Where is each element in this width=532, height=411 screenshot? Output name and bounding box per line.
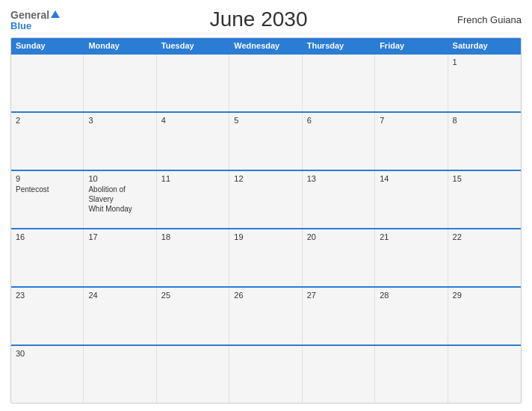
calendar-cell xyxy=(448,346,521,403)
col-saturday: Saturday xyxy=(448,38,521,53)
calendar-cell: 4 xyxy=(157,113,229,170)
calendar-cell: 5 xyxy=(229,113,302,170)
calendar-cell: 9Pentecost xyxy=(11,171,84,228)
calendar-cell xyxy=(229,55,302,111)
col-wednesday: Wednesday xyxy=(229,38,302,53)
calendar-cell xyxy=(11,55,84,111)
calendar-cell: 22 xyxy=(448,229,521,286)
day-number: 28 xyxy=(380,291,442,300)
day-number: 5 xyxy=(234,116,297,125)
page-title: June 2030 xyxy=(210,7,308,31)
logo: General Blue xyxy=(10,9,60,31)
region-label: French Guiana xyxy=(457,14,522,25)
day-number: 13 xyxy=(307,174,370,183)
calendar-week-3: 16171819202122 xyxy=(11,228,521,286)
calendar-week-1: 2345678 xyxy=(11,111,521,170)
event-label: Abolition of Slavery xyxy=(88,185,151,204)
day-number: 7 xyxy=(380,116,442,125)
calendar-cell: 25 xyxy=(157,288,229,344)
calendar-cell: 6 xyxy=(303,113,375,170)
calendar-cell: 30 xyxy=(11,346,84,403)
calendar-cell: 23 xyxy=(11,288,84,344)
logo-triangle-icon xyxy=(51,10,60,18)
calendar-cell: 13 xyxy=(303,171,375,228)
day-number: 8 xyxy=(453,116,516,125)
day-number: 9 xyxy=(16,174,78,183)
calendar-cell xyxy=(303,346,375,403)
calendar: Sunday Monday Tuesday Wednesday Thursday… xyxy=(10,37,522,404)
day-number: 27 xyxy=(307,291,370,300)
calendar-week-4: 23242526272829 xyxy=(11,286,521,344)
calendar-cell: 2 xyxy=(11,113,84,170)
calendar-cell: 19 xyxy=(229,229,302,286)
logo-general: General xyxy=(10,9,49,21)
calendar-cell xyxy=(157,346,229,403)
calendar-cell xyxy=(84,346,156,403)
calendar-cell: 18 xyxy=(157,229,229,286)
calendar-cell xyxy=(229,346,302,403)
calendar-header: Sunday Monday Tuesday Wednesday Thursday… xyxy=(11,38,521,53)
day-number: 25 xyxy=(161,291,224,300)
col-tuesday: Tuesday xyxy=(157,38,229,53)
day-number: 19 xyxy=(234,232,297,241)
day-number: 20 xyxy=(307,232,370,241)
day-number: 2 xyxy=(16,116,78,125)
calendar-cell xyxy=(157,55,229,111)
col-friday: Friday xyxy=(375,38,448,53)
day-number: 18 xyxy=(161,232,224,241)
calendar-cell: 10Abolition of SlaveryWhit Monday xyxy=(84,171,156,228)
day-number: 1 xyxy=(453,58,516,67)
col-sunday: Sunday xyxy=(11,38,84,53)
day-number: 16 xyxy=(16,232,78,241)
event-label: Pentecost xyxy=(16,185,78,194)
calendar-cell xyxy=(84,55,156,111)
calendar-cell: 21 xyxy=(375,229,448,286)
day-number: 24 xyxy=(88,291,151,300)
calendar-body: 123456789Pentecost10Abolition of Slavery… xyxy=(11,53,521,403)
day-number: 11 xyxy=(161,174,224,183)
calendar-cell: 8 xyxy=(448,113,521,170)
calendar-cell: 1 xyxy=(448,55,521,111)
calendar-cell: 29 xyxy=(448,288,521,344)
day-number: 21 xyxy=(380,232,442,241)
day-number: 12 xyxy=(234,174,297,183)
col-monday: Monday xyxy=(84,38,156,53)
calendar-cell xyxy=(375,55,448,111)
calendar-cell: 3 xyxy=(84,113,156,170)
calendar-cell: 7 xyxy=(375,113,448,170)
calendar-cell: 11 xyxy=(157,171,229,228)
col-thursday: Thursday xyxy=(303,38,375,53)
calendar-cell xyxy=(303,55,375,111)
calendar-cell: 26 xyxy=(229,288,302,344)
calendar-cell: 27 xyxy=(303,288,375,344)
day-number: 23 xyxy=(16,291,78,300)
calendar-cell: 15 xyxy=(448,171,521,228)
day-number: 4 xyxy=(161,116,224,125)
day-number: 30 xyxy=(16,349,78,358)
day-number: 14 xyxy=(380,174,442,183)
header: General Blue June 2030 French Guiana xyxy=(10,7,522,31)
day-number: 17 xyxy=(88,232,151,241)
day-number: 26 xyxy=(234,291,297,300)
calendar-week-2: 9Pentecost10Abolition of SlaveryWhit Mon… xyxy=(11,170,521,228)
calendar-cell: 24 xyxy=(84,288,156,344)
day-number: 15 xyxy=(453,174,516,183)
calendar-page: General Blue June 2030 French Guiana Sun… xyxy=(0,0,532,411)
calendar-cell: 17 xyxy=(84,229,156,286)
day-number: 3 xyxy=(88,116,151,125)
event-label: Whit Monday xyxy=(88,204,151,214)
calendar-week-0: 1 xyxy=(11,53,521,111)
day-number: 10 xyxy=(88,174,151,183)
logo-blue: Blue xyxy=(10,21,31,31)
calendar-week-5: 30 xyxy=(11,344,521,403)
day-number: 6 xyxy=(307,116,370,125)
calendar-cell: 16 xyxy=(11,229,84,286)
calendar-cell xyxy=(375,346,448,403)
calendar-cell: 14 xyxy=(375,171,448,228)
calendar-cell: 28 xyxy=(375,288,448,344)
day-number: 29 xyxy=(453,291,516,300)
calendar-cell: 12 xyxy=(229,171,302,228)
calendar-cell: 20 xyxy=(303,229,375,286)
day-number: 22 xyxy=(453,232,516,241)
